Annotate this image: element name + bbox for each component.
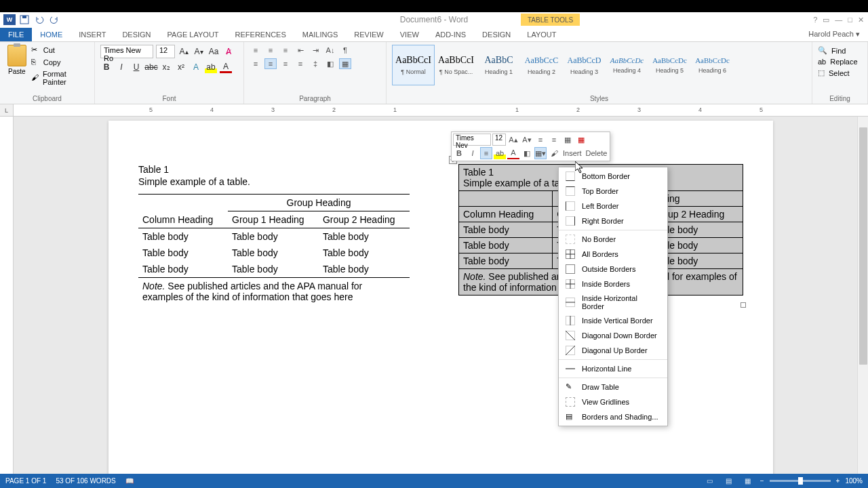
tab-view[interactable]: VIEW: [392, 28, 427, 41]
grow-font-icon[interactable]: A▴: [178, 45, 190, 58]
read-mode-icon[interactable]: ▭: [703, 476, 717, 487]
style-h3[interactable]: AaBbCcDHeading 3: [563, 45, 606, 85]
web-layout-icon[interactable]: ▦: [741, 476, 755, 487]
shrink-font-icon[interactable]: A▾: [193, 45, 205, 58]
tab-table-design[interactable]: DESIGN: [474, 28, 519, 41]
format-painter-button[interactable]: 🖌Format Painter: [31, 69, 89, 87]
border-inside-h[interactable]: Inside Horizontal Border: [559, 291, 667, 313]
mini-insert-button[interactable]: Insert: [561, 147, 583, 159]
subscript-button[interactable]: x₂: [160, 61, 172, 73]
zoom-out-icon[interactable]: −: [760, 477, 764, 485]
highlight-icon[interactable]: ab: [205, 61, 217, 73]
change-case-icon[interactable]: Aa: [208, 45, 220, 58]
strike-button[interactable]: abc: [145, 61, 157, 73]
tab-design[interactable]: DESIGN: [114, 28, 159, 41]
tab-file[interactable]: FILE: [0, 28, 32, 41]
spellcheck-icon[interactable]: 📖: [125, 477, 134, 485]
align-right-icon[interactable]: ≡: [279, 58, 292, 69]
mini-borders-icon[interactable]: ▦▾: [534, 147, 547, 159]
border-diag-up[interactable]: Diagonal Up Border: [559, 343, 667, 358]
tab-review[interactable]: REVIEW: [346, 28, 391, 41]
border-diag-down[interactable]: Diagonal Down Border: [559, 328, 667, 343]
mini-shrink-font-icon[interactable]: A▾: [521, 134, 533, 146]
mini-italic-icon[interactable]: I: [467, 147, 479, 159]
font-color-icon[interactable]: A: [220, 61, 232, 73]
style-normal[interactable]: AaBbCcI¶ Normal: [392, 45, 435, 85]
border-hline[interactable]: Horizontal Line: [559, 361, 667, 376]
mini-align-icon[interactable]: ≡: [480, 147, 492, 159]
borders-shading-dialog[interactable]: ▤Borders and Shading...: [559, 409, 667, 424]
shading-icon[interactable]: ◧: [324, 58, 336, 69]
border-bottom[interactable]: Bottom Border: [559, 169, 667, 184]
clear-format-icon[interactable]: A̷: [222, 45, 235, 58]
pilcrow-icon[interactable]: ¶: [339, 45, 351, 56]
zoom-percent[interactable]: 100%: [845, 477, 863, 485]
style-h1[interactable]: AaBbCHeading 1: [477, 45, 520, 85]
table-resize-handle-icon[interactable]: [741, 302, 746, 308]
mini-table-insert-icon[interactable]: ▦: [561, 134, 574, 146]
mini-grow-font-icon[interactable]: A▴: [507, 134, 519, 146]
page[interactable]: Table 1 Simple example of a table. Group…: [108, 121, 773, 475]
mini-font-color-icon[interactable]: A: [507, 147, 519, 159]
border-right[interactable]: Right Border: [559, 214, 667, 228]
multilevel-icon[interactable]: ≡: [279, 45, 292, 56]
print-layout-icon[interactable]: ▤: [722, 476, 736, 487]
vertical-scrollbar[interactable]: [857, 117, 868, 474]
style-h4[interactable]: AaBbCcDcHeading 4: [606, 45, 648, 85]
cut-button[interactable]: ✂Cut: [31, 45, 89, 56]
minimize-icon[interactable]: —: [835, 16, 842, 24]
italic-button[interactable]: I: [115, 61, 127, 73]
page-status[interactable]: PAGE 1 OF 1: [5, 477, 46, 485]
style-h2[interactable]: AaBbCcCHeading 2: [520, 45, 563, 85]
save-icon[interactable]: [18, 14, 31, 26]
vertical-ruler[interactable]: [0, 117, 14, 475]
view-gridlines[interactable]: View Gridlines: [559, 394, 667, 409]
borders-icon[interactable]: ▦: [339, 58, 351, 69]
mini-bullets-icon[interactable]: ≡: [534, 134, 547, 146]
border-inside[interactable]: Inside Borders: [559, 277, 667, 291]
numbering-icon[interactable]: ≡: [264, 45, 277, 56]
align-center-icon[interactable]: ≡: [264, 58, 277, 69]
mini-numbering-icon[interactable]: ≡: [548, 134, 560, 146]
tab-insert[interactable]: INSERT: [71, 28, 114, 41]
paste-button[interactable]: Paste: [5, 45, 28, 87]
user-name[interactable]: Harold Peach ▾: [808, 30, 860, 39]
border-top[interactable]: Top Border: [559, 184, 667, 199]
font-name-combo[interactable]: Times New Ro: [100, 45, 153, 58]
tab-home[interactable]: HOME: [32, 28, 71, 41]
ribbon-options-icon[interactable]: ▭: [823, 16, 829, 24]
dec-indent-icon[interactable]: ⇤: [294, 45, 307, 56]
font-size-combo[interactable]: 12: [156, 45, 175, 58]
redo-icon[interactable]: [47, 14, 61, 26]
style-gallery[interactable]: AaBbCcI¶ Normal AaBbCcI¶ No Spac... AaBb…: [392, 45, 806, 85]
mini-format-painter-icon[interactable]: 🖌: [548, 147, 560, 159]
tab-table-layout[interactable]: LAYOUT: [519, 28, 564, 41]
mini-font-size[interactable]: 12: [492, 134, 506, 146]
tab-page-layout[interactable]: PAGE LAYOUT: [159, 28, 227, 41]
find-button[interactable]: 🔍Find: [818, 45, 862, 56]
word-count[interactable]: 53 OF 106 WORDS: [56, 477, 115, 485]
line-spacing-icon[interactable]: ‡: [309, 58, 321, 69]
bold-button[interactable]: B: [100, 61, 113, 73]
mini-delete-button[interactable]: Delete: [585, 147, 609, 159]
replace-button[interactable]: abReplace: [818, 56, 862, 67]
border-outside[interactable]: Outside Borders: [559, 262, 667, 277]
style-nospac[interactable]: AaBbCcI¶ No Spac...: [435, 45, 477, 85]
mini-font-name[interactable]: Times Nev: [453, 134, 491, 146]
draw-table[interactable]: ✎Draw Table: [559, 380, 667, 394]
inc-indent-icon[interactable]: ⇥: [309, 45, 321, 56]
underline-button[interactable]: U: [130, 61, 142, 73]
maximize-icon[interactable]: □: [848, 16, 852, 24]
tab-addins[interactable]: ADD-INS: [427, 28, 474, 41]
border-all[interactable]: All Borders: [559, 247, 667, 262]
border-inside-v[interactable]: Inside Vertical Border: [559, 313, 667, 328]
ruler-corner[interactable]: L: [0, 104, 14, 117]
align-left-icon[interactable]: ≡: [250, 58, 262, 69]
border-none[interactable]: No Border: [559, 232, 667, 247]
mini-shading-icon[interactable]: ◧: [521, 147, 533, 159]
superscript-button[interactable]: x²: [175, 61, 187, 73]
style-h5[interactable]: AaBbCcDcHeading 5: [648, 45, 691, 85]
sort-icon[interactable]: A↓: [324, 45, 336, 56]
mini-highlight-icon[interactable]: ab: [494, 147, 506, 159]
tab-references[interactable]: REFERENCES: [227, 28, 294, 41]
